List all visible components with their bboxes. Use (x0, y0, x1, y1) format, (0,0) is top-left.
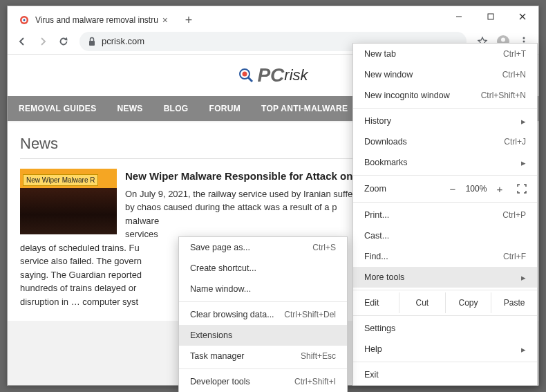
menu-label: Save page as... (190, 243, 250, 252)
menu-label: Help (364, 344, 382, 354)
edit-label: Edit (353, 292, 399, 313)
menu-history[interactable]: History▸ (353, 111, 537, 131)
zoom-out-button[interactable]: − (443, 180, 462, 197)
tab-strip: Virus and malware removal instru × + (8, 6, 443, 30)
menu-shortcut: Shift+Esc (301, 351, 336, 361)
svg-point-9 (501, 37, 505, 41)
svg-point-10 (523, 37, 525, 39)
svg-point-2 (23, 19, 26, 21)
forward-button[interactable] (32, 31, 53, 52)
menu-incognito[interactable]: New incognito windowCtrl+Shift+N (353, 85, 537, 106)
menu-downloads[interactable]: DownloadsCtrl+J (353, 131, 537, 152)
maximize-button[interactable] (475, 6, 507, 27)
menu-shortcut: Ctrl+P (502, 210, 526, 220)
menu-exit[interactable]: Exit (353, 364, 537, 385)
submenu-extensions[interactable]: Extensions (179, 325, 347, 346)
svg-point-14 (243, 72, 247, 77)
menu-label: Settings (364, 324, 395, 333)
nav-top-antimalware[interactable]: TOP ANTI-MALWARE (261, 104, 348, 113)
menu-shortcut: Ctrl+N (502, 70, 526, 80)
zoom-label: Zoom (364, 184, 386, 194)
menu-shortcut: Ctrl+Shift+Del (284, 310, 336, 319)
menu-label: Developer tools (190, 377, 250, 386)
submenu-arrow-icon: ▸ (521, 272, 526, 283)
logo-text-risk: risk (284, 66, 308, 84)
nav-removal-guides[interactable]: REMOVAL GUIDES (19, 104, 96, 113)
menu-label: History (364, 116, 391, 126)
menu-separator (353, 315, 537, 316)
minimize-button[interactable] (443, 6, 475, 27)
favicon-icon (19, 15, 30, 26)
window-controls (443, 6, 538, 27)
submenu-clear-data[interactable]: Clear browsing data...Ctrl+Shift+Del (179, 304, 347, 325)
nav-news[interactable]: NEWS (117, 104, 142, 113)
tab-title: Virus and malware removal instru (35, 15, 158, 25)
menu-label: Cast... (364, 231, 389, 241)
menu-label: Name window... (190, 284, 251, 294)
zoom-in-button[interactable]: + (490, 180, 509, 197)
menu-help[interactable]: Help▸ (353, 339, 537, 360)
menu-label: Task manager (190, 351, 245, 361)
reload-button[interactable] (53, 31, 74, 52)
fullscreen-button[interactable] (514, 180, 530, 197)
browser-tab[interactable]: Virus and malware removal instru × (12, 10, 175, 30)
menu-label: New tab (364, 49, 396, 59)
svg-point-11 (523, 40, 525, 42)
menu-new-window[interactable]: New windowCtrl+N (353, 64, 537, 85)
submenu-save-page[interactable]: Save page as...Ctrl+S (179, 237, 347, 258)
svg-rect-4 (488, 14, 493, 19)
close-button[interactable] (507, 6, 538, 27)
menu-separator (353, 362, 537, 362)
menu-label: Exit (364, 370, 379, 380)
edit-paste-button[interactable]: Paste (491, 292, 537, 313)
logo-icon (238, 67, 254, 84)
tab-close-icon[interactable]: × (162, 15, 168, 26)
menu-label: Create shortcut... (190, 263, 256, 273)
site-logo[interactable]: PCrisk (238, 64, 308, 86)
menu-label: More tools (364, 272, 404, 282)
article-thumb-wrap: New Wiper Malware R (20, 169, 117, 241)
menu-label: Downloads (364, 137, 407, 147)
submenu-dev-tools[interactable]: Developer toolsCtrl+Shift+I (179, 371, 347, 392)
menu-cast[interactable]: Cast... (353, 225, 537, 246)
nav-forum[interactable]: FORUM (209, 104, 241, 113)
menu-shortcut: Ctrl+S (312, 243, 336, 252)
menu-label: Find... (364, 252, 388, 261)
new-tab-button[interactable]: + (179, 10, 198, 30)
menu-label: Bookmarks (364, 158, 408, 167)
menu-print[interactable]: Print...Ctrl+P (353, 205, 537, 225)
menu-new-tab[interactable]: New tabCtrl+T (353, 44, 537, 64)
submenu-arrow-icon: ▸ (521, 116, 526, 127)
submenu-arrow-icon: ▸ (521, 344, 526, 355)
menu-bookmarks[interactable]: Bookmarks▸ (353, 152, 537, 173)
menu-separator (179, 368, 347, 369)
menu-zoom: Zoom − 100% + (353, 178, 537, 200)
more-tools-submenu: Save page as...Ctrl+S Create shortcut...… (178, 236, 348, 392)
titlebar: Virus and malware removal instru × + (8, 6, 538, 28)
edit-copy-button[interactable]: Copy (445, 292, 491, 313)
menu-label: Print... (364, 210, 389, 220)
menu-more-tools[interactable]: More tools▸ (353, 267, 537, 288)
lock-icon (88, 37, 96, 46)
submenu-create-shortcut[interactable]: Create shortcut... (179, 258, 347, 279)
menu-separator (353, 175, 537, 176)
submenu-task-manager[interactable]: Task managerShift+Esc (179, 346, 347, 366)
submenu-name-window[interactable]: Name window... (179, 279, 347, 299)
menu-label: New window (364, 70, 413, 80)
nav-blog[interactable]: BLOG (164, 104, 189, 113)
menu-separator (353, 108, 537, 109)
article-thumbnail[interactable]: New Wiper Malware R (20, 169, 117, 234)
edit-cut-button[interactable]: Cut (399, 292, 445, 313)
svg-line-15 (248, 77, 252, 82)
back-button[interactable] (12, 31, 32, 52)
menu-edit-row: Edit Cut Copy Paste (353, 292, 537, 313)
svg-rect-7 (89, 41, 95, 46)
menu-settings[interactable]: Settings (353, 318, 537, 339)
chrome-main-menu: New tabCtrl+T New windowCtrl+N New incog… (352, 43, 538, 386)
zoom-value: 100% (462, 184, 490, 194)
menu-find[interactable]: Find...Ctrl+F (353, 246, 537, 267)
menu-shortcut: Ctrl+F (503, 252, 526, 261)
menu-shortcut: Ctrl+Shift+N (481, 91, 526, 100)
menu-label: Clear browsing data... (190, 310, 274, 319)
logo-text-pc: PC (257, 64, 284, 86)
